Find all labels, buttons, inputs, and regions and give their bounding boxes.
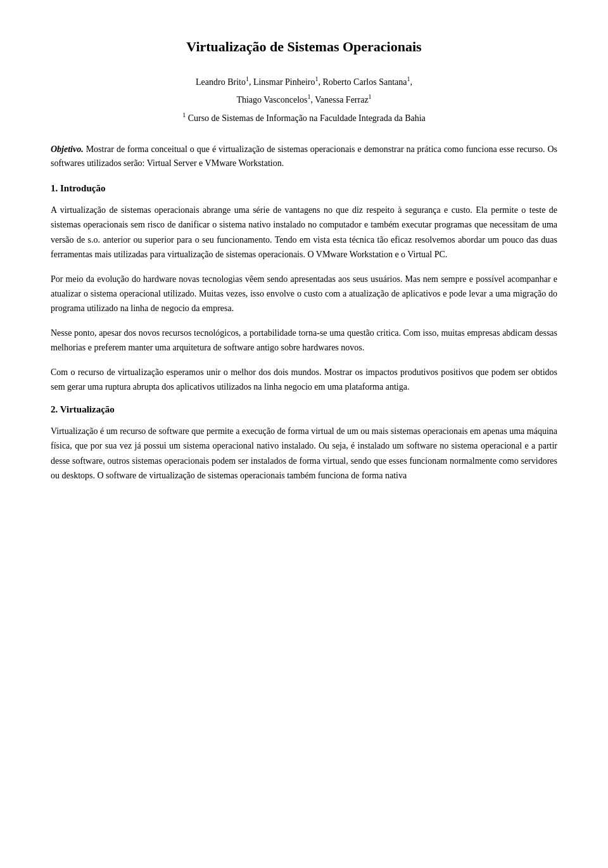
section1-heading: 1. Introdução xyxy=(51,183,557,194)
objective-block: Objetivo. Mostrar de forma conceitual o … xyxy=(51,143,557,171)
objective-text: Mostrar de forma conceitual o que é virt… xyxy=(51,144,557,168)
author5-sup: 1 xyxy=(369,93,372,100)
institution-line: 1 Curso de Sistemas de Informação na Fac… xyxy=(51,110,557,125)
paragraph-2: Por meio da evolução do hardware novas t… xyxy=(51,272,557,316)
paragraph-1: A virtualização de sistemas operacionais… xyxy=(51,203,557,261)
author2-name: Linsmar Pinheiro xyxy=(253,77,315,86)
objective-label: Objetivo. xyxy=(51,144,84,154)
author3-name: Roberto Carlos Santana xyxy=(323,77,407,86)
paragraph-3: Nesse ponto, apesar dos novos recursos t… xyxy=(51,326,557,355)
authors-line1: Leandro Brito1, Linsmar Pinheiro1, Rober… xyxy=(51,74,557,89)
author3-sup: 1 xyxy=(407,75,410,82)
author2-sup: 1 xyxy=(315,75,319,82)
page: Virtualização de Sistemas Operacionais L… xyxy=(0,0,608,868)
authors-line2: Thiago Vasconcelos1, Vanessa Ferraz1 xyxy=(51,92,557,106)
section2-heading: 2. Virtualização xyxy=(51,404,557,415)
institution-sup: 1 xyxy=(182,112,186,118)
section1-number: 1. xyxy=(51,183,58,193)
author4-sup: 1 xyxy=(308,93,311,100)
section2-block: 2. Virtualização xyxy=(51,404,557,415)
author5-name: Vanessa Ferraz xyxy=(315,95,368,105)
paragraph-4: Com o recurso de virtualização esperamos… xyxy=(51,365,557,394)
page-title: Virtualização de Sistemas Operacionais xyxy=(51,38,557,56)
paragraph-5: Virtualização é um recurso de software q… xyxy=(51,424,557,482)
author1-sup: 1 xyxy=(246,75,249,82)
section2-number: 2. xyxy=(51,404,58,414)
institution-name: Curso de Sistemas de Informação na Facul… xyxy=(188,113,426,123)
author4-name: Thiago Vasconcelos xyxy=(236,95,307,105)
author1-name: Leandro Brito xyxy=(196,77,246,86)
section1-block: 1. Introdução xyxy=(51,183,557,194)
